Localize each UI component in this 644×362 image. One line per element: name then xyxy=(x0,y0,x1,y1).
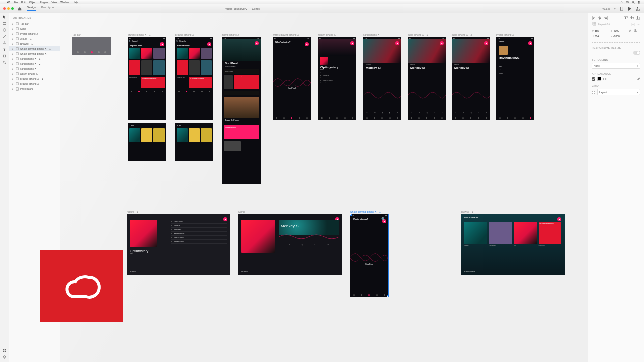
repeat-grid-label[interactable]: Repeat Grid xyxy=(598,23,611,26)
layer-row[interactable]: ▸album iphone X xyxy=(9,71,60,76)
artboard-browse-ext[interactable]: Chill xyxy=(175,123,213,161)
artboard-label[interactable]: Profile iphone X xyxy=(496,33,514,36)
layer-row[interactable]: ▸what's playing iphone X xyxy=(9,51,60,56)
zoom-tool-icon[interactable] xyxy=(3,61,6,64)
voice-button[interactable]: ● xyxy=(255,41,259,45)
voice-button[interactable]: ● xyxy=(207,42,211,46)
artboard-home[interactable]: 9:41●●● ● SoulFool OPTIMYSTERY Today's F… xyxy=(222,37,261,184)
layer-row[interactable]: ▸Profile Iphone X xyxy=(9,31,60,36)
layer-row[interactable]: ▸Song xyxy=(9,26,60,31)
tab-design[interactable]: Design xyxy=(27,6,36,11)
ellipse-tool-icon[interactable] xyxy=(3,28,6,32)
artboard-album[interactable]: 9:41●●● ● Optimystery 2019 ▸Always All W… xyxy=(318,37,356,120)
artboard-label[interactable]: Album – 1 xyxy=(127,210,138,213)
responsive-toggle[interactable] xyxy=(633,51,640,55)
height-input[interactable] xyxy=(595,35,609,38)
artboard-browse-1[interactable]: 9:41●●● 🔍Search ● Popular Now Halloween … xyxy=(128,37,166,120)
align-hcenter-icon[interactable] xyxy=(598,16,602,20)
window-controls[interactable] xyxy=(0,7,17,10)
zoom-chevron-icon[interactable]: ▾ xyxy=(614,7,616,10)
line-tool-icon[interactable] xyxy=(3,35,6,38)
layer-row[interactable]: ▸song iphone X – 2 xyxy=(9,61,60,66)
artboard-playing[interactable]: 9:41●●● What's playing? ● PLAYING NOW So… xyxy=(273,37,311,120)
artboard-label[interactable]: Song xyxy=(238,210,245,213)
menu-file[interactable]: File xyxy=(14,1,18,4)
home-icon[interactable] xyxy=(18,7,22,11)
artboard-label[interactable]: Browse – 1 xyxy=(461,210,473,213)
voice-button[interactable]: ● xyxy=(528,41,532,45)
layer-row[interactable]: ▸Album – 1 xyxy=(9,36,60,41)
artboard-song-big[interactable]: SoulFool ● Monkey Si OPTIMYSTERY ⟲◀▶1:28… xyxy=(238,214,342,275)
layer-row[interactable]: ▸Browse – 1 xyxy=(9,41,60,46)
text-tool-icon[interactable]: T xyxy=(3,48,6,51)
assets-icon[interactable] xyxy=(3,349,6,352)
menu-object[interactable]: Object xyxy=(29,1,36,4)
voice-button[interactable]: ● xyxy=(440,41,444,45)
menu-view[interactable]: View xyxy=(52,1,57,4)
voice-button[interactable]: ● xyxy=(484,41,488,45)
align-vcenter-icon[interactable] xyxy=(630,16,634,20)
artboard-label[interactable]: Tab bar xyxy=(72,33,81,36)
artboard-browse-1-ext[interactable]: Chill xyxy=(128,123,166,161)
app-name[interactable]: XD xyxy=(7,1,10,4)
layer-row[interactable]: ▸Pasteboard xyxy=(9,86,60,92)
canvas[interactable]: Tab bar browse iphone X – 1 9:41●●● 🔍Sea… xyxy=(60,13,588,362)
eyedropper-icon[interactable] xyxy=(637,77,640,81)
orientation-icon[interactable] xyxy=(634,29,637,32)
menu-window[interactable]: Window xyxy=(60,1,69,4)
menu-help[interactable]: Help xyxy=(73,1,78,4)
artboard-label[interactable]: home iphone X xyxy=(222,33,239,36)
phone-preview-icon[interactable] xyxy=(620,7,624,11)
layer-row[interactable]: ▸browse iphone X – 1 xyxy=(9,76,60,81)
subtract-icon[interactable] xyxy=(637,23,640,26)
artboard-label[interactable]: what's playing iphone X xyxy=(273,33,299,36)
layer-row[interactable]: ▸what's playing iphone X – 1 xyxy=(9,46,60,51)
artboard-profile[interactable]: 9:41●●● Profile ● Rhythmaker22 Preferenc… xyxy=(496,37,534,120)
artboard-label[interactable]: browse iphone X – 1 xyxy=(128,33,151,36)
artboard-label[interactable]: browse iphone X xyxy=(175,33,194,36)
artboard-tool-icon[interactable] xyxy=(3,54,6,58)
artboard-song-1[interactable]: 9:41●●●● SoulFool Monkey Si OPTIMYSTERY … xyxy=(408,37,446,120)
layer-row[interactable]: ▸browse iphone X xyxy=(9,81,60,86)
align-left-icon[interactable] xyxy=(592,16,596,20)
zoom-level[interactable]: 40.6% xyxy=(602,7,610,10)
share-icon[interactable] xyxy=(636,7,640,11)
y-input[interactable] xyxy=(613,35,627,38)
layer-row[interactable]: ▸song iphone X xyxy=(9,66,60,71)
fill-swatch[interactable] xyxy=(597,77,601,81)
layer-row[interactable]: ▸song iphone X – 1 xyxy=(9,56,60,61)
artboard-browse[interactable]: 9:41●●● 🔍Search ● Popular Now Halloween … xyxy=(175,37,213,120)
voice-button[interactable]: ● xyxy=(160,42,164,46)
fill-checkbox[interactable] xyxy=(592,77,595,81)
artboard-label[interactable]: song iphone X – 1 xyxy=(408,33,428,36)
menu-plugins[interactable]: Plugins xyxy=(40,1,48,4)
x-input[interactable] xyxy=(613,29,627,32)
artboard-browse-big[interactable]: Results for Popular Now ● Flutterby Andy… xyxy=(461,214,565,275)
artboard-song-2[interactable]: 9:41●●●● SoulFool Monkey Si OPTIMYSTERY … xyxy=(452,37,490,120)
align-right-icon[interactable] xyxy=(604,16,608,20)
voice-button[interactable]: ● xyxy=(223,217,227,221)
layout-select[interactable]: Layout▾ xyxy=(597,89,640,95)
menu-edit[interactable]: Edit xyxy=(21,1,26,4)
voice-button[interactable]: ● xyxy=(305,42,309,46)
layer-row[interactable]: ▸Tab bar xyxy=(9,21,60,26)
align-bottom-icon[interactable] xyxy=(636,16,640,20)
voice-button[interactable]: ● xyxy=(350,41,354,45)
layout-checkbox[interactable] xyxy=(592,90,595,94)
layers-icon[interactable] xyxy=(3,355,6,359)
rectangle-tool-icon[interactable] xyxy=(3,22,6,25)
search-icon[interactable] xyxy=(632,1,635,4)
artboard-playing-selected[interactable]: 9:41●●● What's playing? ● PLAYING NOW So… xyxy=(350,214,388,297)
voice-button[interactable]: ● xyxy=(395,41,399,45)
width-input[interactable] xyxy=(595,29,609,32)
lock-icon[interactable] xyxy=(629,29,632,32)
tab-prototype[interactable]: Prototype xyxy=(41,6,54,11)
scrolling-select[interactable]: None▾ xyxy=(592,63,640,69)
pen-tool-icon[interactable] xyxy=(3,41,6,45)
artboard-label[interactable]: song iphone X xyxy=(363,33,379,36)
play-icon[interactable] xyxy=(628,7,632,11)
voice-button[interactable]: ● xyxy=(557,217,561,221)
add-icon[interactable] xyxy=(631,23,635,26)
artboard-song[interactable]: 9:41●●● ● SoulFool Monkey Si OPTIMYSTERY… xyxy=(363,37,401,120)
select-tool-icon[interactable] xyxy=(3,15,6,19)
